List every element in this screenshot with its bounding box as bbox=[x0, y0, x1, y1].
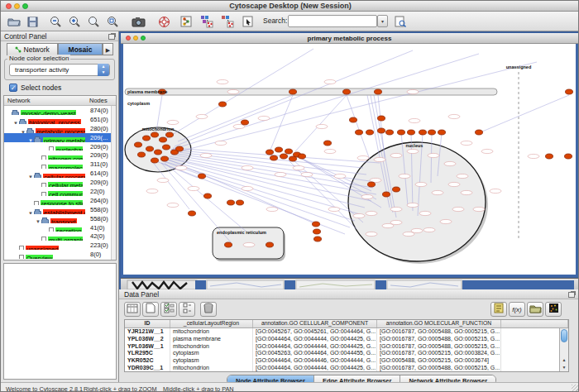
table-cell[interactable]: [GO:0044464, GO:0044444, GO:0044425, G..… bbox=[253, 343, 377, 351]
table-cell[interactable]: [GO:0044464, GO:0044444, GO:0044425, G..… bbox=[253, 365, 377, 372]
table-cell[interactable]: YLR295C bbox=[125, 350, 170, 357]
data-panel-header: Data Panel bbox=[119, 289, 579, 299]
table-cell[interactable]: cytoplasm bbox=[170, 357, 253, 365]
new-attribute-button[interactable] bbox=[142, 302, 159, 317]
tree-row[interactable]: cellular metabolic209(0) bbox=[4, 178, 116, 187]
table-cell[interactable]: YKR052C bbox=[125, 357, 170, 365]
snapshot-button[interactable] bbox=[129, 13, 147, 30]
table-cell[interactable]: [GO:0044464, GO:0044444, GO:0044425, G..… bbox=[253, 336, 377, 343]
network-canvas[interactable]: plasma membranecytoplasmmitochondrionnuc… bbox=[123, 44, 576, 275]
table-cell[interactable]: [GO:0016787, GO:0005488, GO:0005215, G..… bbox=[377, 336, 501, 343]
table-cell[interactable]: YPL036W__1 bbox=[125, 343, 170, 351]
zoom-in-button[interactable] bbox=[65, 13, 84, 30]
search-options-button[interactable] bbox=[391, 13, 409, 30]
table-cell[interactable]: YPL036W__2 bbox=[125, 336, 170, 343]
table-cell[interactable]: [GO:0016787, GO:0005215, GO:0003824, G..… bbox=[377, 350, 501, 357]
scroll-up-icon[interactable]: ▲ bbox=[560, 356, 568, 364]
tree-row[interactable]: macromolecule311(0) bbox=[4, 160, 116, 169]
node-color-dropdown[interactable]: transporter activity ▲▼ bbox=[9, 64, 110, 76]
float-panel-icon[interactable] bbox=[568, 292, 575, 298]
tree-row[interactable]: cell communication22(0) bbox=[4, 187, 116, 196]
tree-row-count: 614(0) bbox=[90, 170, 108, 177]
attribute-table-header[interactable]: ID _cellularLayoutRegion annotation.GO C… bbox=[125, 320, 568, 328]
table-cell[interactable]: [GO:0016787, GO:0005488, GO:0005215, G..… bbox=[377, 343, 501, 351]
attribute-table[interactable]: ID _cellularLayoutRegion annotation.GO C… bbox=[124, 319, 569, 372]
attribute-list-button[interactable] bbox=[179, 302, 195, 317]
help-button[interactable] bbox=[155, 13, 173, 30]
apply-layout-2-button[interactable] bbox=[218, 13, 237, 30]
column-header-cellular-component[interactable]: annotation.GO CELLULAR_COMPONENT bbox=[253, 320, 377, 327]
tree-row[interactable]: ▼cellular process614(0) bbox=[4, 169, 116, 178]
table-row[interactable]: YLR295Ccytoplasm[GO:0045263, GO:0044464,… bbox=[125, 350, 568, 357]
background-windows-strip[interactable] bbox=[121, 278, 578, 289]
zoom-out-button[interactable] bbox=[46, 13, 65, 30]
tab-network[interactable]: Network bbox=[7, 43, 58, 55]
resize-grip[interactable] bbox=[572, 385, 579, 392]
attribute-table-button[interactable] bbox=[124, 302, 141, 317]
zoom-fit-button[interactable] bbox=[103, 13, 122, 30]
tree-row[interactable]: ▼primary metabolic process209(... bbox=[4, 133, 116, 142]
notes-button[interactable] bbox=[490, 302, 507, 317]
tree-row[interactable]: Overview8(0) bbox=[4, 250, 116, 259]
tree-scrollbar[interactable] bbox=[111, 106, 116, 260]
table-row[interactable]: YJR121W__1mitochondrion[GO:0045267, GO:0… bbox=[125, 328, 568, 336]
tree-row[interactable]: secretion41(0) bbox=[4, 223, 116, 232]
network-view-titlebar[interactable]: primary metabolic process bbox=[121, 33, 578, 44]
tree-row[interactable]: multi-organism proc42(0) bbox=[4, 232, 116, 241]
table-row[interactable]: YPL036W__1mitochondrion[GO:0044464, GO:0… bbox=[125, 343, 568, 351]
open-file-button[interactable] bbox=[5, 13, 23, 30]
scrollbar-thumb[interactable] bbox=[561, 329, 567, 342]
tab-overflow-button[interactable]: ▶ bbox=[103, 43, 113, 55]
table-cell[interactable]: mitochondrion bbox=[170, 328, 253, 336]
column-header-molecular-function[interactable]: annotation.GO MOLECULAR_FUNCTION bbox=[377, 320, 501, 327]
network-overview-button[interactable] bbox=[177, 13, 195, 30]
select-nodes-checkbox[interactable]: ✓ bbox=[9, 84, 17, 92]
apply-layout-1-button[interactable] bbox=[198, 13, 216, 30]
formula-builder-button[interactable]: f(x) bbox=[509, 302, 525, 317]
table-cell[interactable]: [GO:0016787, GO:0005488, GO:0005215, G..… bbox=[377, 365, 501, 372]
annotation-button[interactable] bbox=[239, 13, 257, 30]
tree-row[interactable]: ▼transport558(0) bbox=[4, 214, 116, 223]
table-cell[interactable]: [GO:0045263, GO:0044464, GO:0044455, G..… bbox=[253, 350, 377, 357]
column-header-id[interactable]: ID bbox=[125, 320, 170, 327]
save-session-button[interactable] bbox=[23, 13, 41, 30]
scroll-down-icon[interactable]: ▼ bbox=[560, 364, 568, 371]
delete-attribute-button[interactable] bbox=[200, 302, 217, 317]
search-combo-arrow-icon[interactable]: ▾ bbox=[377, 15, 388, 27]
network-view-window[interactable]: primary metabolic process plasma membran… bbox=[121, 33, 578, 277]
select-attributes-button[interactable] bbox=[160, 302, 177, 317]
table-cell[interactable]: plasma membrane bbox=[170, 336, 253, 343]
tree-row[interactable]: unassigned223(0) bbox=[4, 241, 116, 250]
table-cell[interactable]: YJR121W__1 bbox=[125, 328, 170, 336]
zoom-selected-button[interactable] bbox=[84, 13, 103, 30]
import-attributes-button[interactable] bbox=[527, 302, 543, 317]
table-cell[interactable]: [GO:0044464, GO:0044446, GO:0044444, G..… bbox=[253, 357, 377, 365]
table-row[interactable]: YDR039C__1mitochondrion[GO:0044464, GO:0… bbox=[125, 365, 568, 372]
tree-row-count: 8(0) bbox=[90, 251, 101, 258]
table-cell[interactable]: [GO:0045267, GO:0045261, GO:0044464, G..… bbox=[253, 328, 377, 336]
float-panel-icon[interactable] bbox=[108, 34, 115, 40]
table-cell[interactable]: mitochondrion bbox=[170, 365, 253, 372]
table-cell[interactable]: [GO:0016787, GO:0005488, GO:0005215, G..… bbox=[377, 328, 501, 336]
tab-mosaic[interactable]: Mosaic bbox=[58, 43, 103, 55]
tree-row[interactable]: mosaic-demo-yeast874(0) bbox=[4, 106, 116, 115]
table-cell[interactable]: YDR039C__1 bbox=[125, 365, 170, 372]
tree-row[interactable]: nitrogen compound209(0) bbox=[4, 151, 116, 160]
tree-row[interactable]: ▼metabolic process280(0) bbox=[4, 124, 116, 133]
matrix-view-button[interactable] bbox=[545, 302, 562, 317]
tree-row[interactable]: ▼establishment of loc558(0) bbox=[4, 205, 116, 214]
tree-row[interactable]: ▼biological_process651(0) bbox=[4, 115, 116, 124]
table-row[interactable]: YKR052Ccytoplasm[GO:0044464, GO:0044446,… bbox=[125, 357, 568, 365]
search-input[interactable] bbox=[288, 15, 377, 27]
table-cell[interactable]: [GO:0005488, GO:0005215, GO:0003674] bbox=[377, 357, 501, 365]
table-cell[interactable]: mitochondrion bbox=[170, 343, 253, 351]
column-header-region[interactable]: _cellularLayoutRegion bbox=[170, 320, 253, 327]
tree-row[interactable]: nucleobase-containing209(0) bbox=[4, 142, 116, 151]
table-cell[interactable]: cytoplasm bbox=[170, 350, 253, 357]
attribute-table-icon bbox=[127, 302, 138, 317]
tab-network-label: Network bbox=[24, 45, 50, 54]
tree-row[interactable]: response to stimulus264(0) bbox=[4, 196, 116, 205]
table-scrollbar[interactable]: ▲ ▼ bbox=[559, 328, 568, 371]
birds-eye-view[interactable] bbox=[3, 263, 117, 380]
table-row[interactable]: YPL036W__2plasma membrane[GO:0044464, GO… bbox=[125, 336, 568, 343]
